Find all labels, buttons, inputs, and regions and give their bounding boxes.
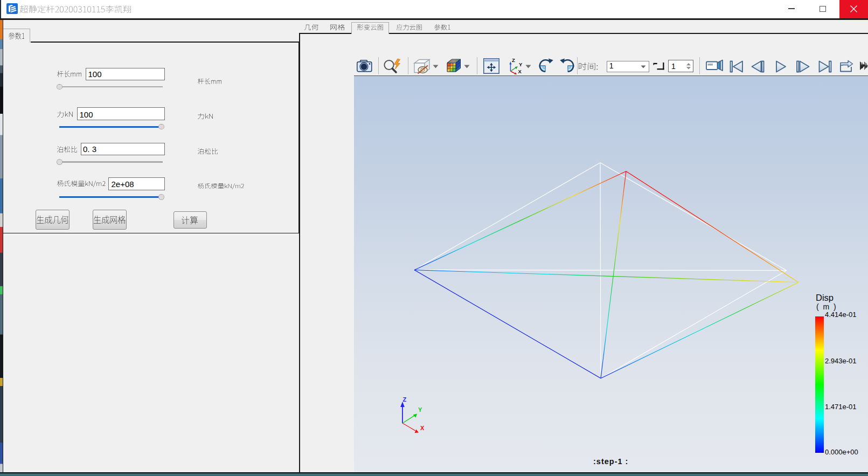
- svg-text:X: X: [518, 68, 522, 74]
- svg-text:Z: Z: [512, 57, 515, 63]
- svg-text:Z: Z: [403, 396, 407, 403]
- svg-text:Y: Y: [418, 406, 422, 413]
- svg-text:Y: Y: [519, 61, 523, 67]
- svg-text:X: X: [420, 425, 425, 431]
